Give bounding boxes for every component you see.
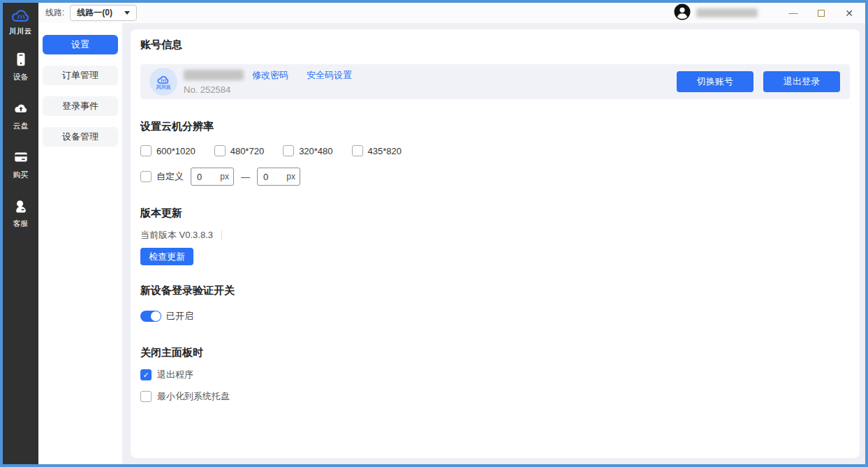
custom-width-input[interactable]: 0 px xyxy=(191,168,234,186)
window-controls: — ✕ xyxy=(774,6,858,21)
verification-toggle-row: 已开启 xyxy=(140,310,850,323)
divider xyxy=(221,230,222,240)
brand-name: 川川云 xyxy=(9,27,32,36)
resolution-checkbox-480x720[interactable]: ✓ xyxy=(214,145,226,156)
close-panel-section-title: 关闭主面板时 xyxy=(140,346,850,359)
main-area: 账号信息 川川云 修改密码 安全码设置 No. 252584 xyxy=(122,23,865,464)
settings-card: 账号信息 川川云 修改密码 安全码设置 No. 252584 xyxy=(131,29,860,458)
current-version-text: 当前版本 V0.3.8.3 xyxy=(140,229,213,242)
unit-label: px xyxy=(286,172,295,181)
user-avatar[interactable] xyxy=(674,3,691,23)
version-section-title: 版本更新 xyxy=(140,207,850,220)
resolution-checkbox-435x820[interactable]: ✓ xyxy=(352,145,363,156)
maximize-icon xyxy=(818,10,825,17)
verification-status-label: 已开启 xyxy=(166,310,193,323)
primary-nav: 设备 云盘 购买 xyxy=(13,52,29,247)
dimension-separator: — xyxy=(241,172,250,182)
support-icon xyxy=(13,198,29,216)
settings-menu: 设置 订单管理 登录事件 设备管理 xyxy=(38,23,122,464)
nav-label: 设备 xyxy=(13,72,29,82)
nav-item-support[interactable]: 客服 xyxy=(13,198,29,229)
titlebar: 线路: 线路一(0) — ✕ xyxy=(38,3,865,23)
menu-item-orders[interactable]: 订单管理 xyxy=(43,66,118,85)
account-actions: 切换账号 退出登录 xyxy=(667,71,840,92)
menu-label: 订单管理 xyxy=(62,69,98,82)
resolution-section-title: 设置云机分辨率 xyxy=(140,120,850,133)
account-panel: 川川云 修改密码 安全码设置 No. 252584 切换账号 退出登录 xyxy=(140,64,850,99)
toggle-knob xyxy=(151,311,161,321)
titlebar-right: — ✕ xyxy=(674,3,858,23)
resolution-option-label: 320*480 xyxy=(299,146,332,156)
menu-item-device-management[interactable]: 设备管理 xyxy=(43,127,118,147)
close-button[interactable]: ✕ xyxy=(840,6,858,21)
switch-account-button[interactable]: 切换账号 xyxy=(677,71,753,92)
verification-section-title: 新设备登录验证开关 xyxy=(140,284,850,297)
nav-item-devices[interactable]: 设备 xyxy=(13,52,29,82)
device-icon xyxy=(13,52,29,70)
exit-program-checkbox[interactable]: ✓ xyxy=(140,369,152,380)
unit-label: px xyxy=(220,172,229,181)
custom-resolution-row: ✓ 自定义 0 px — 0 px xyxy=(140,168,850,186)
close-option-minimize-tray: ✓ 最小化到系统托盘 xyxy=(140,390,850,403)
app-window: 川川云 设备 云 xyxy=(0,0,868,467)
account-info: 修改密码 安全码设置 No. 252584 xyxy=(184,69,352,95)
security-code-link[interactable]: 安全码设置 xyxy=(307,69,352,82)
verification-toggle[interactable] xyxy=(140,311,161,322)
resolution-checkbox-600x1020[interactable]: ✓ xyxy=(140,145,152,156)
custom-width-value: 0 xyxy=(197,172,202,182)
custom-height-value: 0 xyxy=(263,172,268,182)
menu-item-login-events[interactable]: 登录事件 xyxy=(43,96,118,116)
cloud-disk-icon xyxy=(13,101,29,119)
minimize-icon: — xyxy=(789,8,798,18)
close-icon: ✕ xyxy=(845,8,853,19)
cloud-logo-icon xyxy=(10,8,31,26)
menu-item-settings[interactable]: 设置 xyxy=(43,35,118,54)
menu-label: 登录事件 xyxy=(62,100,98,112)
resolution-option: ✓ 480*720 xyxy=(214,145,264,156)
nav-label: 客服 xyxy=(13,218,29,229)
check-update-button[interactable]: 检查更新 xyxy=(140,248,193,265)
resolution-option: ✓ 600*1020 xyxy=(140,145,196,156)
minimize-tray-checkbox[interactable]: ✓ xyxy=(140,391,152,402)
version-line: 当前版本 V0.3.8.3 xyxy=(140,229,850,242)
brand-logo: 川川云 xyxy=(9,3,32,36)
menu-label: 设备管理 xyxy=(62,131,98,143)
account-avatar-brand: 川川云 xyxy=(156,84,171,89)
account-section-title: 账号信息 xyxy=(140,38,850,52)
exit-program-label: 退出程序 xyxy=(157,369,193,381)
minimize-tray-label: 最小化到系统托盘 xyxy=(157,390,230,403)
custom-height-input[interactable]: 0 px xyxy=(257,168,300,186)
account-number: No. 252584 xyxy=(184,84,352,95)
nav-label: 云盘 xyxy=(13,121,29,131)
account-avatar: 川川云 xyxy=(149,68,177,96)
line-select-value: 线路一(0) xyxy=(77,7,112,19)
resolution-option-label: 435*820 xyxy=(368,146,402,156)
maximize-button[interactable] xyxy=(812,6,830,21)
primary-sidebar: 川川云 设备 云 xyxy=(3,3,38,464)
username-masked xyxy=(696,8,758,17)
chevron-down-icon xyxy=(124,11,130,15)
line-select[interactable]: 线路一(0) xyxy=(70,5,137,21)
menu-label: 设置 xyxy=(71,38,89,51)
resolution-option: ✓ 320*480 xyxy=(283,145,332,156)
change-password-link[interactable]: 修改密码 xyxy=(252,69,288,82)
check-icon: ✓ xyxy=(142,371,149,379)
logout-button[interactable]: 退出登录 xyxy=(763,71,840,92)
line-label: 线路: xyxy=(45,7,64,19)
resolution-option: ✓ 435*820 xyxy=(352,145,402,156)
account-name-masked xyxy=(184,70,244,80)
resolution-checkbox-320x480[interactable]: ✓ xyxy=(283,145,294,156)
purchase-icon xyxy=(13,149,29,168)
nav-label: 购买 xyxy=(13,170,29,180)
resolution-options-row: ✓ 600*1020 ✓ 480*720 ✓ 320*480 ✓ 435*820 xyxy=(140,145,850,156)
custom-resolution-label: 自定义 xyxy=(156,170,184,183)
nav-item-purchase[interactable]: 购买 xyxy=(13,149,29,180)
resolution-option-label: 480*720 xyxy=(230,146,264,156)
resolution-option-label: 600*1020 xyxy=(156,146,196,156)
minimize-button[interactable]: — xyxy=(784,6,802,21)
nav-item-cloud-disk[interactable]: 云盘 xyxy=(13,101,29,131)
custom-resolution-checkbox[interactable]: ✓ xyxy=(140,171,152,182)
close-option-exit: ✓ 退出程序 xyxy=(140,369,850,381)
